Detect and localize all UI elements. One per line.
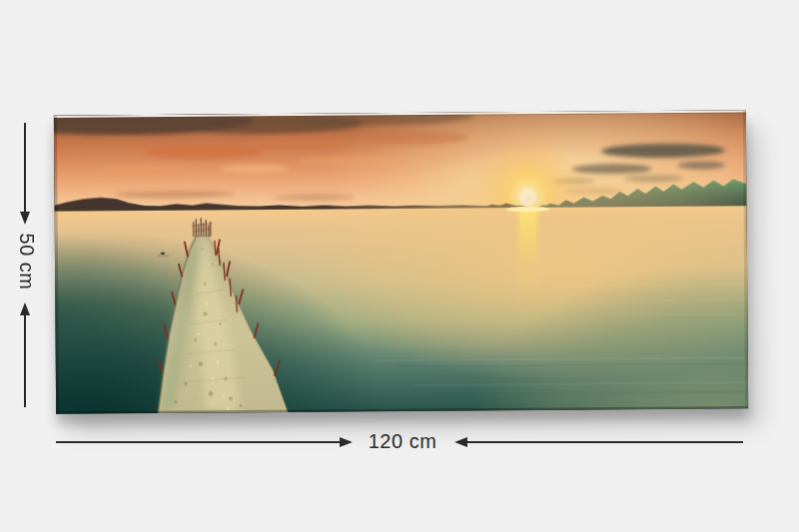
width-dimension-label: 120 cm — [369, 430, 437, 453]
width-dimension-line-right — [467, 441, 743, 443]
arrow-down-icon — [20, 212, 30, 225]
arrow-right-icon — [340, 437, 353, 447]
height-dimension-line-bottom — [24, 315, 26, 407]
arrow-up-icon — [20, 302, 30, 315]
artwork-sunset-pier-image — [54, 110, 748, 413]
canvas-print — [54, 110, 748, 413]
width-dimension-line-left — [56, 441, 340, 443]
height-dimension-line-top — [24, 123, 26, 213]
height-dimension-label: 50 cm — [15, 234, 38, 290]
product-photo: 50 cm 120 cm — [0, 0, 799, 532]
arrow-left-icon — [454, 437, 467, 447]
